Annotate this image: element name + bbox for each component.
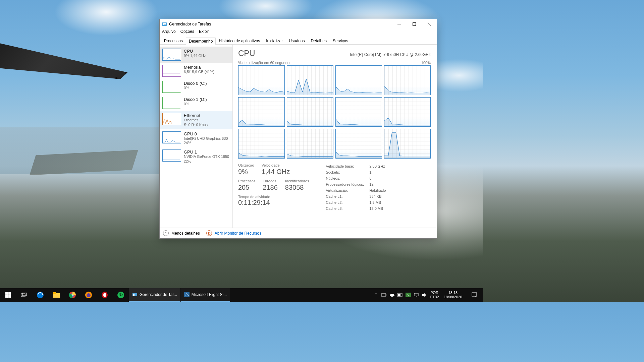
svg-point-33 (87, 293, 91, 297)
core-graph-0 (238, 65, 285, 95)
task-view-button[interactable] (16, 288, 32, 302)
opera-icon[interactable] (97, 288, 113, 302)
svg-rect-38 (133, 294, 135, 296)
spotify-icon[interactable] (113, 288, 129, 302)
tray-vs-icon[interactable]: V (406, 293, 411, 297)
cpu-detail-row: Núcleos:6 (326, 175, 386, 181)
tab-detalhes[interactable]: Detalhes (308, 37, 330, 44)
system-tray[interactable]: ˄ V POR PTB2 13:13 18/08/2020 (373, 288, 483, 302)
svg-rect-25 (22, 293, 26, 296)
mini-graph-icon (162, 49, 181, 61)
svg-marker-47 (422, 293, 425, 297)
tab-processos[interactable]: Processos (161, 37, 186, 44)
svg-marker-9 (287, 79, 333, 95)
tab-inicializar[interactable]: Inicializar (263, 37, 286, 44)
core-graph-6 (335, 97, 382, 127)
taskbar-flight-sim[interactable]: Microsoft Flight Si... (181, 288, 230, 302)
svg-rect-22 (5, 295, 8, 298)
core-graph-11 (384, 129, 431, 159)
mini-graph-icon (162, 131, 181, 143)
tab-historico[interactable]: Histórico de aplicativos (216, 37, 263, 44)
tray-time[interactable]: 13:13 (444, 291, 462, 295)
task-label: Gerenciador de Tar... (140, 292, 177, 297)
minimize-button[interactable] (391, 19, 407, 29)
svg-rect-3 (164, 24, 166, 25)
tray-lang2[interactable]: PTB2 (430, 295, 439, 299)
tray-network-icon[interactable] (414, 292, 419, 298)
core-graph-grid[interactable] (238, 65, 431, 159)
resource-monitor-icon: ◐ (206, 230, 212, 236)
window-footer: ˄ Menos detalhes | ◐ Abrir Monitor de Re… (160, 228, 437, 238)
svg-marker-11 (384, 86, 430, 95)
task-label: Microsoft Flight Si... (192, 292, 227, 297)
core-graph-8 (238, 129, 285, 159)
sidebar-item-mem-ria[interactable]: Memória 6,5/15,9 GB (41%) (160, 63, 232, 79)
tab-servicos[interactable]: Serviços (330, 37, 351, 44)
chevron-up-icon[interactable]: ˄ (163, 230, 169, 236)
sidebar-item-ethernet[interactable]: Ethernet Ethernet S: 0 R: 0 Kbps (160, 111, 232, 129)
sidebar-item-gpu-0[interactable]: GPU 0 Intel(R) UHD Graphics 630 24% (160, 129, 232, 148)
cpu-detail-pane: CPU Intel(R) Core(TM) i7-9750H CPU @ 2.6… (233, 45, 437, 228)
maximize-button[interactable] (407, 19, 422, 29)
svg-point-35 (103, 293, 106, 297)
sidebar-item-gpu-1[interactable]: GPU 1 NVIDIA GeForce GTX 1650 22% (160, 147, 232, 166)
firefox-icon[interactable] (80, 288, 97, 302)
mini-graph-icon (162, 65, 181, 77)
tray-power-icon[interactable] (397, 292, 403, 298)
sidebar-item-disco-1-d-[interactable]: Disco 1 (D:) 0% (160, 95, 232, 111)
cpu-detail-row: Sockets:1 (326, 169, 386, 175)
tab-desempenho[interactable]: Desempenho (186, 38, 216, 45)
tabstrip: Processos Desempenho Histórico de aplica… (160, 37, 437, 45)
svg-marker-14 (336, 119, 382, 127)
svg-rect-48 (472, 293, 477, 296)
action-center-button[interactable] (467, 288, 482, 302)
core-graph-10 (335, 129, 382, 159)
graph-scale: 100% (421, 61, 431, 65)
fewer-details-link[interactable]: Menos detalhes (171, 231, 200, 236)
app-icon (162, 21, 167, 27)
svg-rect-1 (163, 23, 164, 25)
svg-rect-44 (398, 294, 400, 296)
taskbar-task-manager[interactable]: Gerenciador de Tar... (129, 288, 180, 302)
tray-date[interactable]: 18/08/2020 (444, 295, 462, 299)
start-button[interactable] (0, 288, 16, 302)
svg-rect-21 (8, 292, 11, 295)
sidebar-item-cpu[interactable]: CPU 9% 1,44 GHz (160, 47, 232, 63)
cpu-detail-row: Cache L3:12,0 MB (326, 205, 386, 212)
tray-battery-icon[interactable] (381, 292, 387, 298)
core-graph-2 (335, 65, 382, 95)
tray-chevron-icon[interactable]: ˄ (373, 292, 379, 298)
taskbar[interactable]: Gerenciador de Tar... Microsoft Flight S… (0, 288, 483, 302)
chrome-icon[interactable] (64, 288, 80, 302)
svg-rect-20 (5, 292, 8, 295)
tab-usuarios[interactable]: Usuários (286, 37, 308, 44)
tray-lang1[interactable]: POR (430, 291, 439, 295)
mini-graph-icon (162, 97, 181, 109)
svg-rect-2 (164, 23, 166, 24)
file-explorer-icon[interactable] (48, 288, 64, 302)
core-graph-5 (287, 97, 333, 127)
open-resource-monitor-link[interactable]: Abrir Monitor de Recursos (215, 231, 261, 236)
svg-rect-40 (381, 294, 386, 296)
menu-file[interactable]: Arquivo (162, 29, 176, 36)
tray-volume-icon[interactable] (422, 292, 427, 298)
edge-icon[interactable] (32, 288, 48, 302)
svg-rect-28 (53, 292, 56, 294)
svg-marker-15 (384, 118, 430, 126)
menu-options[interactable]: Opções (180, 29, 194, 36)
uptime-label: Tempo de atividade (238, 195, 309, 199)
cpu-detail-list: Velocidade base:2,60 GHzSockets:1Núcleos… (326, 163, 386, 212)
handles-value: 83058 (285, 184, 309, 191)
tray-onedrive-icon[interactable] (389, 292, 395, 298)
titlebar[interactable]: Gerenciador de Tarefas (160, 19, 437, 29)
sidebar-item-disco-0-c-[interactable]: Disco 0 (C:) 0% (160, 79, 232, 95)
cpu-detail-row: Velocidade base:2,60 GHz (326, 163, 386, 169)
proc-label: Processos (238, 179, 255, 183)
menu-view[interactable]: Exibir (199, 29, 209, 36)
svg-rect-39 (184, 292, 190, 297)
core-graph-7 (384, 97, 431, 127)
threads-label: Threads (263, 179, 278, 183)
close-button[interactable] (422, 19, 437, 29)
graph-caption: % de utilização em 60 segundos (238, 61, 291, 65)
cpu-detail-row: Cache L2:1,5 MB (326, 199, 386, 205)
